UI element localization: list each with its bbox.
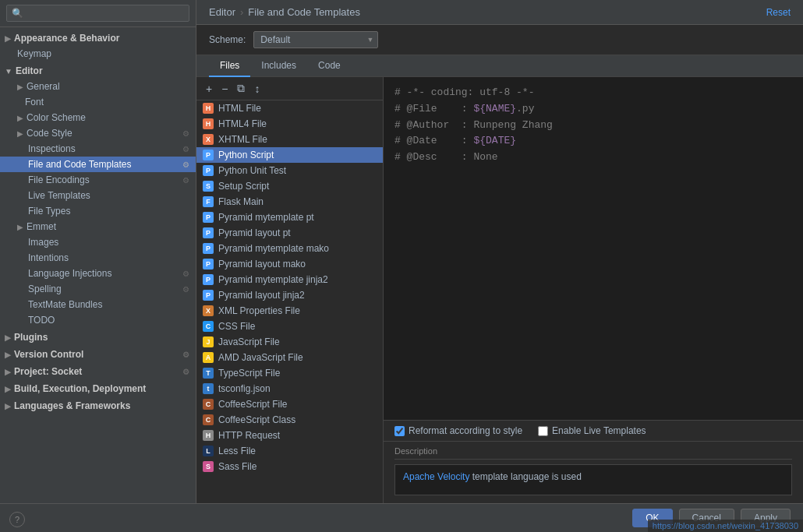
file-item[interactable]: PPyramid mytemplate mako — [196, 241, 383, 256]
file-item-label: AMD JavaScript File — [218, 352, 303, 363]
sidebar-item-plugins[interactable]: ▶ Plugins — [0, 328, 196, 345]
sidebar: ▶ Appearance & Behavior Keymap ▼ Editor … — [0, 0, 196, 503]
file-item[interactable]: FFlask Main — [196, 194, 383, 210]
file-item[interactable]: PPython Unit Test — [196, 163, 383, 178]
file-type-icon: H — [203, 118, 214, 129]
sidebar-item-images[interactable]: Images — [0, 234, 196, 250]
search-input[interactable] — [6, 5, 189, 22]
sidebar-item-general[interactable]: ▶ General — [0, 79, 196, 94]
file-item[interactable]: SSetup Script — [196, 178, 383, 194]
file-type-icon: P — [203, 165, 214, 176]
triangle-icon: ▶ — [5, 333, 11, 342]
sidebar-item-file-encodings[interactable]: File Encodings ⚙ — [0, 172, 196, 188]
sidebar-item-todo[interactable]: TODO — [0, 312, 196, 328]
file-item[interactable]: LLess File — [196, 443, 383, 459]
sidebar-item-editor[interactable]: ▼ Editor — [0, 62, 196, 79]
code-editor[interactable]: # -*- coding: utf-8 -*-# @File : ${NAME}… — [384, 77, 803, 420]
options-row: Reformat according to style Enable Live … — [384, 420, 803, 441]
file-list-panel: + − ⧉ ↕ HHTML FileHHTML4 FileXXHTML File… — [196, 77, 384, 503]
file-type-icon: C — [203, 399, 214, 410]
sidebar-item-build-execution[interactable]: ▶ Build, Execution, Deployment — [0, 379, 196, 396]
file-type-icon: S — [203, 461, 214, 472]
triangle-icon: ▶ — [17, 223, 23, 231]
breadcrumb-separator: › — [240, 6, 243, 18]
triangle-icon: ▶ — [5, 351, 11, 359]
sidebar-item-font[interactable]: Font — [0, 94, 196, 110]
add-button[interactable]: + — [203, 81, 215, 97]
file-item[interactable]: PPyramid layout pt — [196, 225, 383, 241]
file-item[interactable]: AAMD JavaScript File — [196, 350, 383, 365]
bottom-bar: ? OK Cancel Apply https://blog.csdn.net/… — [0, 503, 803, 532]
triangle-icon: ▶ — [17, 129, 23, 138]
settings-icon: ⚙ — [182, 129, 189, 138]
sidebar-item-emmet[interactable]: ▶ Emmet — [0, 219, 196, 234]
file-item[interactable]: JJavaScript File — [196, 334, 383, 350]
code-line: # @File : ${NAME}.py — [394, 101, 792, 118]
file-item[interactable]: PPyramid mytemplate pt — [196, 210, 383, 225]
sidebar-item-languages-frameworks[interactable]: ▶ Languages & Frameworks — [0, 396, 196, 414]
triangle-icon: ▼ — [5, 67, 12, 76]
file-item-label: Setup Script — [218, 181, 269, 192]
sidebar-item-intentions[interactable]: Intentions — [0, 250, 196, 266]
sidebar-item-textmate-bundles[interactable]: TextMate Bundles — [0, 297, 196, 312]
sidebar-item-file-and-code-templates[interactable]: File and Code Templates ⚙ — [0, 157, 196, 172]
sidebar-item-project-socket[interactable]: ▶ Project: Socket ⚙ — [0, 362, 196, 379]
sidebar-item-live-templates[interactable]: Live Templates — [0, 188, 196, 203]
file-item[interactable]: CCoffeeScript File — [196, 396, 383, 412]
sidebar-item-appearance[interactable]: ▶ Appearance & Behavior — [0, 29, 196, 46]
sidebar-item-code-style[interactable]: ▶ Code Style ⚙ — [0, 125, 196, 141]
live-templates-checkbox[interactable] — [538, 426, 548, 436]
file-type-icon: J — [203, 336, 214, 347]
triangle-icon: ▶ — [17, 114, 23, 122]
file-item-label: Sass File — [218, 461, 256, 472]
tab-files[interactable]: Files — [209, 55, 250, 77]
file-item[interactable]: XXML Properties File — [196, 303, 383, 319]
sidebar-item-version-control[interactable]: ▶ Version Control ⚙ — [0, 345, 196, 362]
tabs-row: Files Includes Code — [196, 55, 803, 77]
file-item[interactable]: HHTML File — [196, 100, 383, 116]
copy-button[interactable]: ⧉ — [234, 80, 248, 97]
file-type-icon: P — [203, 243, 214, 254]
file-item-label: Pyramid mytemplate pt — [218, 212, 314, 223]
live-templates-label: Enable Live Templates — [552, 425, 646, 436]
file-item[interactable]: PPyramid layout mako — [196, 256, 383, 272]
main-content: Editor › File and Code Templates Reset S… — [196, 0, 803, 503]
sidebar-item-color-scheme[interactable]: ▶ Color Scheme — [0, 110, 196, 125]
remove-button[interactable]: − — [218, 81, 231, 97]
sidebar-item-inspections[interactable]: Inspections ⚙ — [0, 141, 196, 157]
code-line: # @Desc : None — [394, 150, 792, 166]
file-type-icon: P — [203, 227, 214, 238]
file-item[interactable]: PPyramid layout jinja2 — [196, 287, 383, 303]
file-item[interactable]: PPyramid mytemplate jinja2 — [196, 272, 383, 287]
scheme-select[interactable]: Default Project — [253, 31, 378, 48]
file-item[interactable]: XXHTML File — [196, 132, 383, 147]
code-token: # @Desc : None — [394, 151, 498, 163]
file-type-icon: P — [203, 274, 214, 285]
move-button[interactable]: ↕ — [251, 81, 263, 97]
file-item[interactable]: TTypeScript File — [196, 365, 383, 381]
tab-includes[interactable]: Includes — [250, 55, 307, 77]
file-item[interactable]: CCoffeeScript Class — [196, 412, 383, 428]
file-item[interactable]: HHTML4 File — [196, 116, 383, 132]
file-item[interactable]: SSass File — [196, 459, 383, 474]
file-item[interactable]: ttsconfig.json — [196, 381, 383, 396]
live-templates-checkbox-label[interactable]: Enable Live Templates — [538, 425, 646, 436]
desc-link[interactable]: Apache Velocity — [403, 471, 469, 482]
template-area: + − ⧉ ↕ HHTML FileHHTML4 FileXXHTML File… — [196, 77, 803, 503]
file-item[interactable]: PPython Script — [196, 147, 383, 163]
sidebar-item-spelling[interactable]: Spelling ⚙ — [0, 281, 196, 297]
reformat-checkbox[interactable] — [394, 426, 405, 436]
search-bar — [0, 0, 196, 27]
code-token: # @File : — [394, 103, 473, 115]
tab-code[interactable]: Code — [307, 55, 352, 77]
sidebar-item-keymap[interactable]: Keymap — [0, 46, 196, 62]
reformat-checkbox-label[interactable]: Reformat according to style — [394, 425, 522, 436]
reset-button[interactable]: Reset — [766, 7, 791, 18]
sidebar-item-file-types[interactable]: File Types — [0, 203, 196, 219]
sidebar-item-language-injections[interactable]: Language Injections ⚙ — [0, 266, 196, 281]
editor-panel: # -*- coding: utf-8 -*-# @File : ${NAME}… — [384, 77, 803, 503]
triangle-icon: ▶ — [5, 34, 11, 43]
file-item[interactable]: CCSS File — [196, 319, 383, 334]
file-item[interactable]: HHTTP Request — [196, 428, 383, 443]
help-icon[interactable]: ? — [9, 512, 25, 527]
